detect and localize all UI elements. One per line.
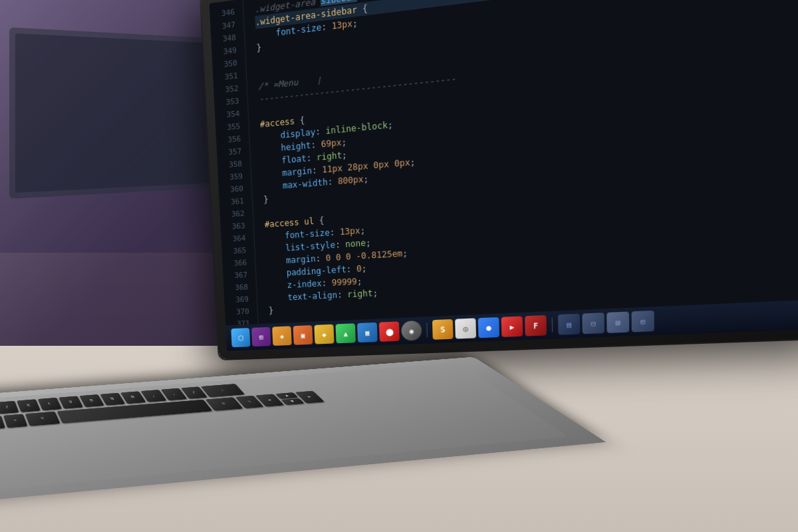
taskbar-icon-sketch[interactable]: S [432,319,454,340]
taskbar-icon-folder3[interactable]: ⊠ [606,311,629,332]
key-v[interactable]: V [59,396,83,408]
taskbar-icon-6[interactable]: ⬤ [379,321,400,342]
screen-outer: 346 347 348 349 350 351 352 353 354 355 … [201,0,798,359]
taskbar-icon-folder1[interactable]: ▤ [558,314,580,335]
taskbar-icon-chrome[interactable]: ● [478,317,499,338]
editor-main: 346 347 348 349 350 351 352 353 354 355 … [209,0,798,351]
key-arrow-down[interactable]: ▼ [281,398,304,405]
taskbar-icon-finder[interactable]: ⬡ [231,328,250,347]
laptop-screen-wrapper: 346 347 348 349 350 351 352 353 354 355 … [201,0,798,359]
screen-bezel: 346 347 348 349 350 351 352 353 354 355 … [209,0,798,351]
taskbar-icon-3[interactable]: ◆ [314,325,334,344]
taskbar-icon-folder4[interactable]: ⊞ [632,311,654,332]
code-editor: 346 347 348 349 350 351 352 353 354 355 … [209,0,798,351]
taskbar-icon-1[interactable]: ◈ [272,326,292,346]
background-device [9,27,216,199]
key-c[interactable]: C [38,398,62,411]
taskbar-icon-launchpad[interactable]: ⊞ [251,327,271,346]
background-device-screen [15,33,211,193]
scene: 346 347 348 349 350 351 352 353 354 355 … [0,0,798,532]
key-x[interactable]: X [17,399,41,412]
taskbar-icon-folder2[interactable]: ⊟ [582,313,604,334]
taskbar-icon-5[interactable]: ▦ [357,323,378,342]
taskbar-icon-7[interactable]: ◉ [401,321,422,341]
taskbar-icon-filezilla[interactable]: F [525,315,547,336]
taskbar-icon-safari[interactable]: ◎ [455,318,476,338]
taskbar-icon-screencast[interactable]: ▶ [501,316,523,337]
code-content: .widget-area sidebar highlight .widget-a… [243,0,798,350]
taskbar-separator-2 [552,318,553,332]
taskbar-icon-2[interactable]: ▣ [293,325,313,345]
key-cmd-left[interactable]: ⌘ [25,412,61,426]
taskbar-separator [426,323,428,337]
key-alt[interactable]: ⌥ [3,414,28,428]
key-z[interactable]: Z [0,401,19,414]
taskbar-icon-4[interactable]: ▲ [336,323,356,343]
